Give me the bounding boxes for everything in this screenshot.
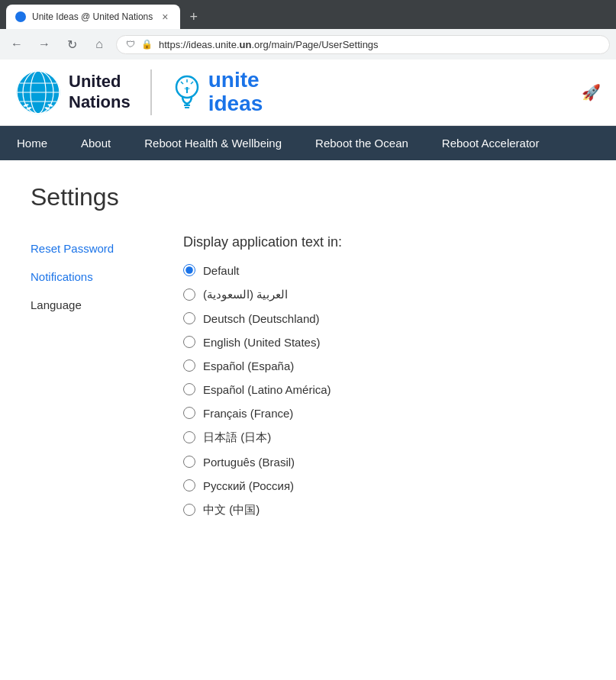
label-english[interactable]: English (United States) bbox=[203, 336, 320, 349]
un-text: United Nations bbox=[69, 72, 131, 112]
radio-chinese[interactable] bbox=[183, 504, 195, 516]
lock-icon: 🔒 bbox=[141, 39, 153, 50]
language-option: Default bbox=[183, 264, 585, 277]
sidebar-language: Language bbox=[31, 298, 153, 311]
logo-area: United Nations unite ideas bbox=[15, 69, 263, 116]
label-espanol-la[interactable]: Español (Latino América) bbox=[203, 383, 331, 396]
home-button[interactable]: ⌂ bbox=[89, 34, 110, 55]
radio-deutsch[interactable] bbox=[183, 312, 195, 324]
nav-item-reboot-accelerator[interactable]: Reboot Accelerator bbox=[425, 126, 556, 160]
unite-ideas-text: unite ideas bbox=[208, 69, 263, 116]
language-option: 中文 (中国) bbox=[183, 503, 585, 517]
rocket-icon-button[interactable]: 🚀 bbox=[582, 83, 601, 102]
svg-line-12 bbox=[191, 82, 193, 84]
address-bar[interactable]: 🛡 🔒 https://ideas.unite.un.org/main/Page… bbox=[116, 35, 610, 54]
language-option: Português (Brasil) bbox=[183, 456, 585, 469]
svg-line-11 bbox=[181, 82, 183, 84]
settings-sidebar: Reset Password Notifications Language bbox=[31, 234, 153, 517]
settings-layout: Reset Password Notifications Language Di… bbox=[31, 234, 585, 517]
tab-favicon bbox=[15, 11, 26, 22]
address-bar-row: ← → ↻ ⌂ 🛡 🔒 https://ideas.unite.un.org/m… bbox=[0, 29, 616, 60]
language-option: Русский (Россия) bbox=[183, 479, 585, 492]
address-url: https://ideas.unite.un.org/main/Page/Use… bbox=[159, 39, 379, 50]
label-russian[interactable]: Русский (Россия) bbox=[203, 479, 294, 492]
un-logo: United Nations bbox=[15, 69, 131, 115]
tab-close-button[interactable]: × bbox=[159, 9, 171, 24]
page-title: Settings bbox=[31, 183, 585, 211]
language-options: Defaultالعربية (السعودية)Deutsch (Deutsc… bbox=[183, 264, 585, 517]
language-option: العربية (السعودية) bbox=[183, 288, 585, 301]
radio-japanese[interactable] bbox=[183, 431, 195, 443]
radio-russian[interactable] bbox=[183, 479, 195, 491]
page-content: Settings Reset Password Notifications La… bbox=[0, 160, 616, 540]
radio-french[interactable] bbox=[183, 407, 195, 419]
label-default[interactable]: Default bbox=[203, 264, 240, 277]
label-deutsch[interactable]: Deutsch (Deutschland) bbox=[203, 312, 320, 325]
forward-button[interactable]: → bbox=[34, 34, 55, 55]
nav-item-reboot-ocean[interactable]: Reboot the Ocean bbox=[298, 126, 425, 160]
radio-default[interactable] bbox=[183, 264, 195, 276]
header-icons: 🚀 bbox=[582, 83, 601, 102]
nav-item-reboot-health[interactable]: Reboot Health & Wellbeing bbox=[127, 126, 298, 160]
radio-portuguese[interactable] bbox=[183, 456, 195, 468]
label-portuguese[interactable]: Português (Brasil) bbox=[203, 456, 295, 469]
browser-chrome: Unite Ideas @ United Nations × + bbox=[0, 0, 616, 29]
language-option: Español (España) bbox=[183, 359, 585, 372]
language-option: Deutsch (Deutschland) bbox=[183, 312, 585, 325]
logo-divider bbox=[150, 69, 152, 115]
back-button[interactable]: ← bbox=[6, 34, 27, 55]
un-emblem bbox=[15, 69, 61, 115]
settings-main: Display application text in: Defaultالعر… bbox=[183, 234, 585, 517]
label-french[interactable]: Français (France) bbox=[203, 407, 293, 420]
shield-icon: 🛡 bbox=[126, 39, 135, 50]
radio-arabic[interactable] bbox=[183, 288, 195, 301]
active-tab[interactable]: Unite Ideas @ United Nations × bbox=[6, 5, 180, 29]
tab-title: Unite Ideas @ United Nations bbox=[32, 11, 153, 22]
new-tab-button[interactable]: + bbox=[183, 6, 204, 28]
site-header: United Nations unite ideas bbox=[0, 60, 616, 126]
language-option: 日本語 (日本) bbox=[183, 430, 585, 445]
label-arabic[interactable]: العربية (السعودية) bbox=[203, 288, 288, 301]
label-chinese[interactable]: 中文 (中国) bbox=[203, 503, 260, 517]
radio-espanol-la[interactable] bbox=[183, 383, 195, 395]
sidebar-notifications[interactable]: Notifications bbox=[31, 270, 153, 283]
reload-button[interactable]: ↻ bbox=[61, 34, 82, 55]
language-option: English (United States) bbox=[183, 336, 585, 349]
nav-item-home[interactable]: Home bbox=[0, 126, 64, 160]
label-japanese[interactable]: 日本語 (日本) bbox=[203, 430, 271, 445]
language-option: Español (Latino América) bbox=[183, 383, 585, 396]
language-section-label: Display application text in: bbox=[183, 234, 585, 250]
tab-bar: Unite Ideas @ United Nations × + bbox=[6, 5, 610, 29]
label-espanol-es[interactable]: Español (España) bbox=[203, 359, 294, 372]
nav-item-about[interactable]: About bbox=[64, 126, 127, 160]
main-nav: Home About Reboot Health & Wellbeing Reb… bbox=[0, 126, 616, 160]
language-option: Français (France) bbox=[183, 407, 585, 420]
bulb-icon bbox=[172, 73, 202, 111]
radio-espanol-es[interactable] bbox=[183, 359, 195, 372]
sidebar-reset-password[interactable]: Reset Password bbox=[31, 242, 153, 255]
unite-ideas-logo: unite ideas bbox=[172, 69, 263, 116]
radio-english[interactable] bbox=[183, 336, 195, 348]
